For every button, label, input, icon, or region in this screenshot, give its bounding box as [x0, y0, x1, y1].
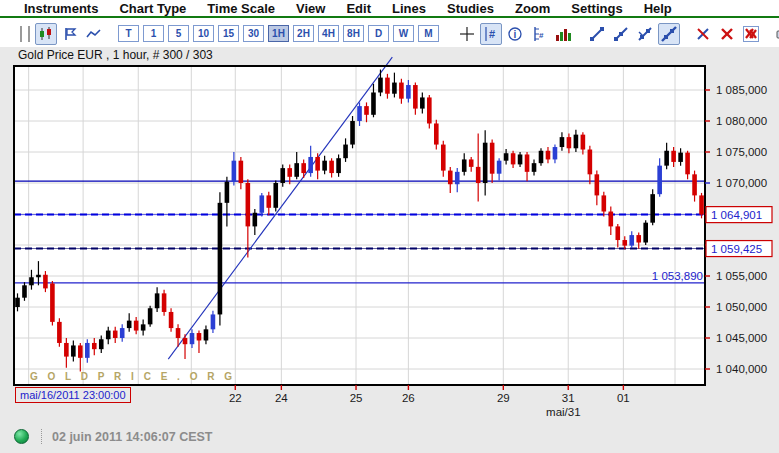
y-axis-label: 1 055,000	[716, 270, 767, 282]
axis-price-box-label: 1 064,901	[711, 209, 762, 221]
timescale-button-5[interactable]: 5	[168, 25, 189, 42]
candle	[155, 293, 160, 308]
timescale-button-30[interactable]: 30	[243, 25, 264, 42]
trend-halfline-button[interactable]	[634, 23, 656, 45]
timescale-button-m[interactable]: M	[418, 25, 439, 42]
chart-canvas[interactable]: G O L D P R I C E . O R G1 053,8901 085,…	[0, 47, 779, 420]
svg-text:i: i	[514, 29, 517, 40]
candle	[567, 137, 572, 148]
candle	[643, 223, 648, 243]
x-axis-label: 01	[617, 392, 630, 404]
candle	[420, 97, 425, 108]
crosshair-values-button[interactable]: #	[480, 23, 502, 45]
delete-all-lines-button[interactable]	[740, 23, 762, 45]
watermark: G O L D P R I C E . O R G	[30, 371, 235, 382]
statusbar-separator	[41, 429, 42, 444]
candle	[22, 285, 27, 297]
info-button[interactable]: i	[504, 23, 526, 45]
candle	[629, 235, 634, 246]
candle	[169, 312, 174, 328]
timescale-button-2h[interactable]: 2H	[293, 25, 314, 42]
candle	[343, 145, 348, 159]
candle	[595, 174, 600, 195]
timescale-button-15[interactable]: 15	[218, 25, 239, 42]
x-axis-label: 29	[497, 392, 510, 404]
candle	[371, 92, 376, 114]
menu-item-view[interactable]: View	[296, 1, 325, 16]
candle	[455, 172, 460, 184]
candle	[315, 157, 320, 171]
x-axis-label: 26	[402, 392, 415, 404]
candle	[462, 159, 467, 171]
candle	[497, 161, 502, 174]
menu-item-zoom[interactable]: Zoom	[515, 1, 550, 16]
menu-item-settings[interactable]: Settings	[571, 1, 622, 16]
measure-button[interactable]: #	[528, 23, 550, 45]
candle	[434, 123, 439, 144]
x-axis-label: 25	[350, 392, 363, 404]
timescale-button-t[interactable]: T	[118, 25, 139, 42]
bar-chart-button[interactable]	[59, 23, 81, 45]
candle	[106, 331, 111, 340]
toolbar-drag-handle[interactable]	[20, 26, 30, 42]
candle	[50, 283, 55, 321]
y-axis-label: 1 045,000	[716, 332, 767, 344]
menu-item-lines[interactable]: Lines	[392, 1, 426, 16]
connection-status-icon	[14, 429, 29, 444]
candle	[204, 329, 209, 340]
candle	[287, 168, 292, 177]
remove-line-button[interactable]	[692, 23, 714, 45]
candle	[427, 97, 432, 123]
timescale-button-d[interactable]: D	[368, 25, 389, 42]
trend-ray-button[interactable]	[610, 23, 632, 45]
candle	[406, 85, 411, 99]
candle	[92, 343, 97, 349]
candle	[615, 226, 620, 240]
candle	[685, 153, 690, 175]
candle	[134, 321, 139, 331]
menu-item-chart-type[interactable]: Chart Type	[119, 1, 186, 16]
timescale-button-1[interactable]: 1	[143, 25, 164, 42]
menu-item-instruments[interactable]: Instruments	[24, 1, 98, 16]
trend-segment-button[interactable]	[586, 23, 608, 45]
timescale-button-w[interactable]: W	[393, 25, 414, 42]
timescale-button-8h[interactable]: 8H	[343, 25, 364, 42]
line-chart-button[interactable]	[83, 23, 105, 45]
trend-extended-button[interactable]	[658, 23, 680, 45]
hash-cursor-icon: #	[483, 26, 499, 42]
candle	[525, 154, 530, 171]
candlestick-icon	[38, 26, 54, 42]
trend-halfline-icon	[637, 26, 653, 42]
timescale-button-10[interactable]: 10	[193, 25, 214, 42]
print-button[interactable]	[774, 23, 779, 45]
no-line-icon	[695, 26, 711, 42]
candle	[85, 343, 90, 358]
candle	[650, 194, 655, 223]
timescale-button-1h[interactable]: 1H	[268, 25, 289, 42]
menu-item-help[interactable]: Help	[644, 1, 672, 16]
delete-line-button[interactable]	[716, 23, 738, 45]
candle	[280, 168, 285, 183]
x-axis-month-label: mai/31	[546, 406, 581, 418]
candle	[511, 153, 516, 164]
crosshair-button[interactable]	[456, 23, 478, 45]
y-axis-label: 1 080,000	[716, 115, 767, 127]
candle	[232, 161, 237, 182]
candle	[657, 166, 662, 195]
candle	[29, 277, 34, 285]
timescale-button-4h[interactable]: 4H	[318, 25, 339, 42]
volume-histogram-icon	[555, 26, 571, 42]
menu-item-edit[interactable]: Edit	[346, 1, 371, 16]
menu-item-time-scale[interactable]: Time Scale	[207, 1, 275, 16]
candlestick-chart-button[interactable]	[35, 23, 57, 45]
menu-item-studies[interactable]: Studies	[447, 1, 494, 16]
x-axis-label: 24	[275, 392, 288, 404]
candle	[120, 328, 125, 338]
candle	[385, 78, 390, 94]
candle	[574, 135, 579, 149]
candle	[253, 213, 258, 227]
menu-bar: InstrumentsChart TypeTime ScaleViewEditL…	[0, 0, 779, 18]
svg-text:#: #	[539, 31, 544, 40]
volume-histogram-button[interactable]	[552, 23, 574, 45]
candle	[678, 153, 683, 162]
